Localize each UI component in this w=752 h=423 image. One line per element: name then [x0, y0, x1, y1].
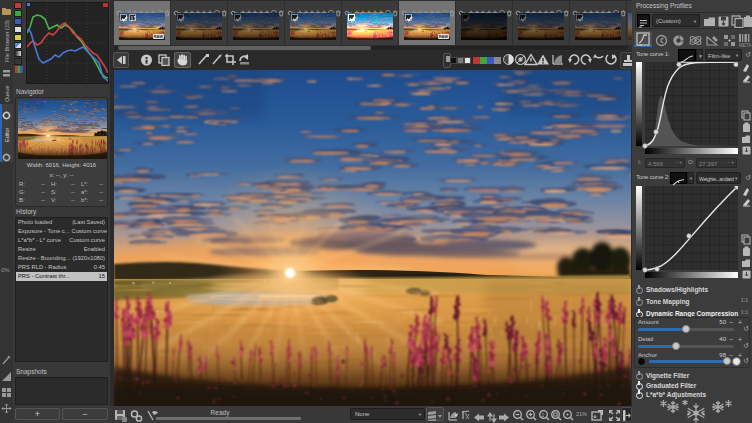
svg-text:META: META: [739, 43, 751, 48]
svg-text:1: 1: [542, 412, 545, 418]
